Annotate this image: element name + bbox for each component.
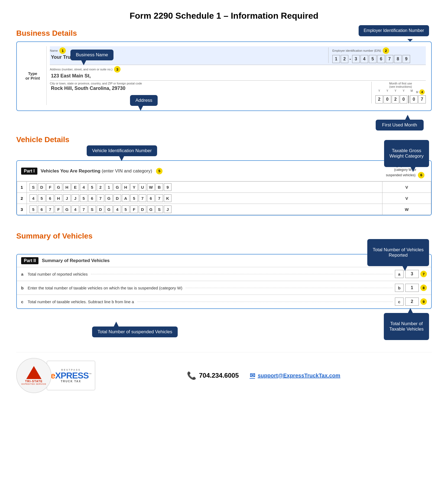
suspended-callout: Total Number of suspended Vehicles bbox=[92, 327, 178, 337]
row-a-circle-num: 7 bbox=[420, 271, 427, 277]
part-i-label: Part I bbox=[21, 168, 37, 175]
part-ii-title: Summary of Reported Vehicles bbox=[42, 258, 109, 263]
part-ii-label: Part II bbox=[21, 257, 38, 264]
tristate-logo: TRI-STATE EXPEDITED SERVICE bbox=[16, 358, 51, 393]
ein-callout: Employer Identification Number bbox=[359, 25, 429, 36]
vin-row-num-3: 3 bbox=[17, 204, 27, 215]
row-c-letter-box: c bbox=[395, 298, 404, 306]
email-address: support@ExpressTruckTax.com bbox=[258, 373, 340, 379]
address-callout: Address bbox=[130, 95, 158, 106]
vin-row-num-1: 1 bbox=[17, 182, 27, 193]
vin-category-1: V bbox=[382, 182, 431, 193]
tgw-callout: Taxable Gross Weight Category bbox=[384, 140, 429, 167]
row-c-circle-num: 9 bbox=[420, 298, 427, 305]
contact-phone: 📞 704.234.6005 bbox=[187, 371, 239, 380]
footer-contact: 📞 704.234.6005 ✉ support@ExpressTruckTax… bbox=[95, 371, 432, 380]
phone-icon: 📞 bbox=[187, 371, 196, 380]
vin-row-num-2: 2 bbox=[17, 193, 27, 204]
month-digit-2: 0 bbox=[384, 95, 391, 103]
vin-chars-2: 4 5 6 H J J 5 6 7 G D A bbox=[27, 193, 382, 204]
footer: TRI-STATE EXPEDITED SERVICE BESTPASS eXP… bbox=[16, 352, 432, 393]
ein-digit-6: 6 bbox=[377, 55, 385, 63]
month-circle-num: 4 bbox=[419, 89, 425, 95]
first-used-month-callout: First Used Month bbox=[376, 120, 424, 130]
row-b-value-box: 1 bbox=[405, 284, 419, 292]
express-truck-tax: TRUCK TAX bbox=[61, 380, 81, 383]
express-logo: BESTPASS eXPRESS™ TRUCK TAX bbox=[47, 361, 95, 390]
summary-row-a: a Total number of reported vehicles a 3 … bbox=[17, 267, 431, 281]
business-section: Business Details Employer Identification… bbox=[16, 29, 432, 111]
ein-digit-2: 2 bbox=[341, 55, 348, 63]
ein-digit-1: 1 bbox=[332, 55, 340, 63]
vin-chars-1: S D F G H E 4 5 2 1 G H bbox=[27, 182, 382, 193]
vin-category-2: V bbox=[382, 193, 431, 204]
month-digit-1: 2 bbox=[375, 95, 383, 103]
vehicle-section-title: Vehicle Details bbox=[16, 135, 432, 144]
vehicle-form-box: Part I Vehicles You Are Reporting (enter… bbox=[16, 160, 432, 216]
vehicle-section: Vehicle Details Vehicle Identification N… bbox=[16, 135, 432, 216]
summary-row-c: c Total number of taxable vehicles. Subt… bbox=[17, 295, 431, 308]
ein-digit-9: 9 bbox=[402, 55, 410, 63]
ein-circle-num: 2 bbox=[383, 47, 389, 54]
row-b-letter-box: b bbox=[395, 284, 404, 292]
tristate-name: TRI-STATE bbox=[25, 380, 43, 383]
month-boxes: 2 0 2 0 0 7 bbox=[375, 95, 426, 103]
vin-category-3: W bbox=[382, 204, 431, 215]
part-i-title: Vehicles You Are Reporting (enter VIN an… bbox=[41, 168, 163, 174]
ein-digit-4: 4 bbox=[361, 55, 368, 63]
business-name-callout: Business Name bbox=[70, 50, 113, 60]
part-i-circle-num: 5 bbox=[156, 168, 163, 174]
city-value: Rock Hill, South Carolina, 29730 bbox=[50, 86, 368, 91]
row-c-value-box: 2 bbox=[405, 298, 419, 306]
month-digit-3: 2 bbox=[392, 95, 399, 103]
taxable-callout: Total Number of Taxable Vehicles bbox=[384, 313, 429, 340]
page-title: Form 2290 Schedule 1 – Information Requi… bbox=[16, 8, 432, 21]
logo-container: TRI-STATE EXPEDITED SERVICE BESTPASS eXP… bbox=[16, 358, 95, 393]
address-value: 123 East Main St, bbox=[50, 73, 426, 79]
address-circle-num: 3 bbox=[114, 66, 121, 73]
contact-email[interactable]: ✉ support@ExpressTruckTax.com bbox=[250, 372, 340, 379]
reported-callout: Total Number of Vehicles Reported bbox=[367, 239, 429, 266]
express-main: eXPRESS™ bbox=[51, 371, 92, 380]
table-row: 2 4 5 6 H J J 5 6 7 bbox=[17, 193, 431, 204]
row-b-circle-num: 8 bbox=[420, 285, 427, 291]
vin-table: 1 S D F G H E 4 5 2 bbox=[17, 181, 431, 215]
summary-row-c-right: c 2 9 bbox=[394, 298, 427, 306]
vin-chars-3: 5 6 7 F G 4 7 S D G 4 5 bbox=[27, 204, 382, 215]
summary-section: Summary of Vehicles Total Number of Vehi… bbox=[16, 232, 432, 309]
phone-number: 704.234.6005 bbox=[199, 372, 239, 379]
tristate-sub: EXPEDITED SERVICE bbox=[21, 383, 46, 385]
summary-row-b-right: b 1 8 bbox=[394, 284, 427, 292]
ein-digit-3: 3 bbox=[352, 55, 360, 63]
email-icon: ✉ bbox=[250, 372, 255, 379]
ein-digit-8: 8 bbox=[394, 55, 402, 63]
ein-boxes: 1 2 - 3 4 5 6 7 8 9 bbox=[332, 55, 426, 63]
summary-row-b: b Enter the total number of taxable vehi… bbox=[17, 281, 431, 295]
city-row: City or town, state or province, country… bbox=[50, 81, 426, 105]
part-i-header: Part I Vehicles You Are Reporting (enter… bbox=[17, 161, 431, 181]
month-digit-6: 7 bbox=[418, 95, 426, 103]
ein-digit-7: 7 bbox=[386, 55, 393, 63]
vin-callout: Vehicle Identification Number bbox=[87, 145, 157, 156]
summary-row-a-right: a 3 7 bbox=[394, 270, 427, 278]
table-row: 1 S D F G H E 4 5 2 bbox=[17, 182, 431, 193]
type-or-print-label: Type or Print bbox=[22, 46, 47, 105]
category-circle-num: 6 bbox=[418, 172, 424, 178]
address-row: Address (number, street, and room or sui… bbox=[50, 65, 426, 81]
month-digit-4: 0 bbox=[400, 95, 407, 103]
row-a-value-box: 3 bbox=[405, 270, 419, 278]
name-circle-num: 1 bbox=[59, 47, 66, 54]
month-digit-5: 0 bbox=[410, 95, 418, 103]
ein-digit-5: 5 bbox=[369, 55, 376, 63]
row-a-letter-box: a bbox=[395, 270, 404, 278]
table-row: 3 5 6 7 F G 4 7 S D bbox=[17, 204, 431, 215]
